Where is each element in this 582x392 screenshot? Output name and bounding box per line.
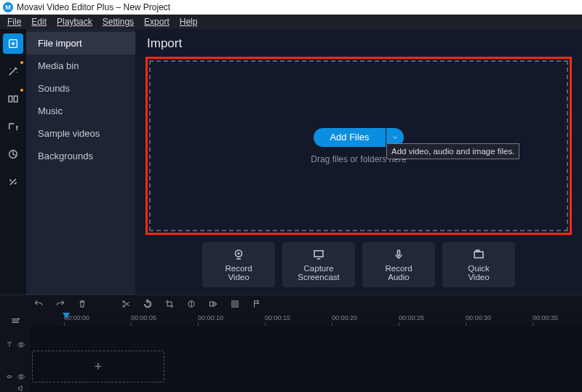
menu-settings[interactable]: Settings	[103, 17, 134, 27]
webcam-icon	[232, 248, 245, 261]
link-track-icon[interactable]	[5, 372, 14, 381]
add-track-icon	[10, 316, 20, 326]
svg-rect-17	[234, 303, 236, 305]
svg-rect-11	[476, 250, 479, 252]
title-track-icon	[5, 340, 14, 349]
markers-button[interactable]	[252, 299, 262, 309]
svg-point-18	[20, 344, 23, 346]
trash-icon	[77, 299, 87, 309]
transitions-icon	[7, 93, 19, 105]
ruler-tick: 00:00:35	[533, 314, 558, 321]
screen-icon	[312, 248, 325, 261]
add-files-label: Add Files	[330, 132, 369, 143]
highlight-box: Add Files Drag files or folders here Add…	[146, 57, 572, 235]
menu-export[interactable]: Export	[144, 17, 170, 27]
timeline-toolbar	[0, 295, 582, 313]
record-audio-button[interactable]: RecordAudio	[362, 242, 435, 287]
record-video-button[interactable]: RecordVideo	[202, 242, 275, 287]
svg-rect-4	[14, 96, 17, 102]
menu-help[interactable]: Help	[180, 17, 198, 27]
add-track-button[interactable]	[10, 316, 20, 326]
color-adjust-button[interactable]	[186, 299, 196, 309]
clip-transition-icon	[208, 299, 218, 309]
menu-playback[interactable]: Playback	[57, 17, 92, 27]
ruler-tick: 00:00:30	[466, 314, 491, 321]
svg-rect-8	[314, 251, 323, 257]
wand-icon	[7, 65, 19, 77]
timeline-ruler[interactable]: 00:00:00 00:00:05 00:00:10 00:00:15 00:0…	[61, 313, 582, 326]
svg-point-13	[123, 305, 124, 307]
visibility-icon[interactable]	[17, 372, 25, 381]
mic-icon	[392, 248, 405, 261]
adjust-icon	[186, 299, 196, 309]
redo-icon	[55, 299, 65, 309]
audio-track-controls	[5, 384, 25, 392]
flag-icon	[252, 299, 262, 309]
file-dropzone[interactable]: Add Files Drag files or folders here Add…	[149, 60, 568, 231]
sidebar-item-media-bin[interactable]: Media bin	[26, 55, 135, 77]
plus-icon	[7, 38, 19, 49]
svg-point-2	[17, 72, 17, 73]
rail-import-button[interactable]	[3, 33, 23, 54]
sidebar-item-backgrounds[interactable]: Backgrounds	[26, 145, 135, 167]
import-sidebar: File import Media bin Sounds Music Sampl…	[26, 29, 135, 295]
titles-icon	[7, 121, 19, 132]
sidebar-item-sounds[interactable]: Sounds	[26, 77, 135, 100]
video-track-controls	[5, 372, 25, 381]
stickers-icon	[7, 148, 19, 160]
tools-icon	[7, 176, 19, 188]
mute-icon[interactable]	[17, 384, 25, 392]
crop-icon	[164, 299, 175, 309]
clip-properties-button[interactable]	[230, 299, 240, 309]
visibility-icon[interactable]	[17, 340, 25, 349]
redo-button[interactable]	[55, 299, 65, 309]
add-files-button[interactable]: Add Files	[314, 128, 385, 147]
svg-rect-15	[210, 302, 212, 306]
rotate-button[interactable]	[143, 299, 153, 309]
svg-rect-9	[398, 250, 400, 256]
menu-edit[interactable]: Edit	[31, 17, 47, 27]
svg-point-12	[123, 301, 124, 303]
ruler-tick: 00:00:10	[198, 314, 223, 321]
new-badge-icon	[20, 89, 23, 92]
app-shell: File Edit Playback Settings Export Help	[0, 15, 582, 392]
rotate-icon	[143, 299, 153, 309]
delete-button[interactable]	[77, 299, 87, 309]
timeline-tracks[interactable]: +	[31, 326, 582, 392]
svg-rect-3	[9, 96, 12, 102]
rail-filters-button[interactable]	[3, 61, 23, 81]
undo-button[interactable]	[33, 299, 44, 309]
title-track-controls	[5, 340, 25, 349]
left-tool-rail	[0, 29, 26, 295]
sidebar-item-file-import[interactable]: File import	[26, 32, 135, 55]
timeline: 00:00:00 00:00:05 00:00:10 00:00:15 00:0…	[0, 295, 582, 392]
menu-file[interactable]: File	[7, 17, 21, 27]
transition-wizard-button[interactable]	[208, 299, 218, 309]
empty-clip-slot[interactable]: +	[32, 351, 164, 383]
sidebar-item-sample-videos[interactable]: Sample videos	[26, 122, 135, 145]
svg-point-7	[238, 252, 240, 255]
add-files-tooltip: Add video, audio and image files.	[386, 143, 519, 159]
rail-stickers-button[interactable]	[3, 144, 23, 164]
quick-video-button[interactable]: QuickVideo	[442, 242, 515, 287]
undo-icon	[33, 299, 44, 309]
ruler-tick: 00:00:20	[332, 314, 357, 321]
app-logo-icon: M	[3, 2, 13, 12]
rail-more-tools-button[interactable]	[3, 172, 23, 192]
new-badge-icon	[20, 61, 23, 64]
svg-point-1	[9, 68, 10, 69]
rail-titles-button[interactable]	[3, 116, 23, 137]
ruler-tick: 00:00:25	[399, 314, 424, 321]
properties-icon	[230, 299, 240, 309]
svg-point-19	[20, 376, 23, 378]
chevron-down-icon	[391, 134, 399, 141]
svg-rect-16	[232, 301, 238, 307]
split-button[interactable]	[121, 299, 131, 309]
window-title: Movavi Video Editor Plus – New Project	[17, 2, 170, 12]
sidebar-item-music[interactable]: Music	[26, 100, 135, 122]
capture-screencast-button[interactable]: CaptureScreencast	[282, 242, 355, 287]
rail-transitions-button[interactable]	[3, 89, 23, 109]
crop-button[interactable]	[164, 299, 175, 309]
add-clip-label: +	[95, 359, 103, 375]
timeline-track-header	[0, 313, 31, 392]
